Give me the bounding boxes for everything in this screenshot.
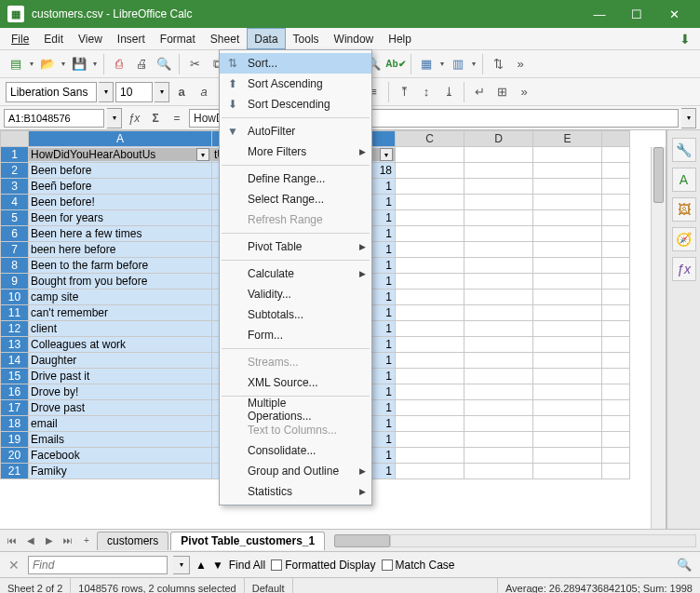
column-icon[interactable]: ▥	[448, 54, 468, 74]
filter-dropdown-icon[interactable]: ▾	[380, 148, 393, 161]
cell[interactable]	[396, 464, 464, 479]
col-header-F[interactable]	[602, 131, 630, 147]
menu-view[interactable]: View	[71, 28, 110, 49]
cell[interactable]	[464, 274, 533, 290]
cell[interactable]	[533, 179, 602, 195]
cell[interactable]	[396, 321, 464, 337]
row-icon[interactable]: ▦	[416, 54, 437, 74]
select-all-corner[interactable]	[1, 131, 29, 147]
cell[interactable]	[533, 147, 602, 163]
row-header[interactable]: 12	[1, 321, 29, 337]
cell[interactable]	[602, 416, 630, 432]
menu-group-outline[interactable]: Group and Outline▶	[220, 461, 371, 481]
menu-data[interactable]: Data	[247, 28, 285, 49]
cell[interactable]	[464, 242, 533, 258]
cell[interactable]	[464, 448, 533, 464]
row-dropdown[interactable]: ▾	[438, 54, 446, 74]
sidebar-gallery-icon[interactable]: 🖼	[672, 197, 696, 222]
menu-sheet[interactable]: Sheet	[203, 28, 247, 49]
cell[interactable]	[602, 305, 630, 321]
tab-nav-last[interactable]: ⏭	[60, 532, 76, 549]
cell[interactable]	[396, 179, 464, 195]
cell[interactable]	[396, 337, 464, 353]
equals-icon[interactable]: =	[168, 109, 186, 128]
cell[interactable]	[602, 337, 630, 353]
cut-icon[interactable]: ✂	[184, 54, 205, 74]
cell[interactable]	[602, 400, 630, 416]
cell[interactable]	[464, 432, 533, 448]
find-prev-icon[interactable]: ▲	[195, 559, 207, 572]
row-header[interactable]: 2	[1, 163, 29, 179]
formatted-display-checkbox[interactable]: Formatted Display	[271, 559, 375, 572]
row-header[interactable]: 6	[1, 226, 29, 242]
cell[interactable]	[533, 163, 602, 179]
open-dropdown[interactable]: ▾	[60, 54, 67, 74]
formula-expand[interactable]: ▾	[681, 108, 696, 128]
cell[interactable]	[533, 258, 602, 274]
cell[interactable]	[464, 337, 533, 353]
align-top-icon[interactable]: ⤒	[394, 82, 414, 102]
cell[interactable]: Drive past it	[29, 369, 212, 384]
cell[interactable]	[533, 400, 602, 416]
font-name-dropdown[interactable]: ▾	[99, 82, 114, 102]
print-icon[interactable]: 🖨	[131, 54, 152, 74]
cell[interactable]: email	[29, 416, 212, 432]
menu-sort-descending[interactable]: ⬇Sort Descending	[220, 94, 371, 115]
cell[interactable]	[396, 384, 464, 400]
cell[interactable]	[464, 416, 533, 432]
status-aggregate[interactable]: Average: 26.2894736842105; Sum: 1998	[497, 578, 700, 593]
minimize-button[interactable]: —	[581, 0, 618, 28]
row-header[interactable]: 18	[1, 416, 29, 432]
cell[interactable]	[396, 353, 464, 369]
cell[interactable]	[533, 274, 602, 290]
cell[interactable]	[602, 242, 630, 258]
sheet-tab-pivot[interactable]: Pivot Table_customers_1	[170, 532, 325, 550]
cell[interactable]	[464, 147, 533, 163]
cell[interactable]	[464, 258, 533, 274]
cell[interactable]: been here before	[29, 242, 212, 258]
sidebar-properties-icon[interactable]: 🔧	[672, 138, 696, 162]
cell[interactable]	[396, 400, 464, 416]
maximize-button[interactable]: ☐	[618, 0, 655, 28]
row-header[interactable]: 13	[1, 337, 29, 353]
more-formatting-icon[interactable]: »	[514, 82, 534, 102]
find-next-icon[interactable]: ▼	[212, 559, 223, 572]
cell[interactable]	[464, 321, 533, 337]
menu-multiple-operations[interactable]: Multiple Operations...	[220, 399, 371, 420]
cell[interactable]	[464, 210, 533, 226]
cell[interactable]	[396, 258, 464, 274]
wrap-text-icon[interactable]: ↵	[469, 82, 490, 102]
row-header[interactable]: 21	[1, 464, 29, 479]
vertical-scrollbar[interactable]	[651, 147, 666, 529]
row-header[interactable]: 4	[1, 195, 29, 210]
cell[interactable]: Drove by!	[29, 384, 212, 400]
cell[interactable]	[602, 432, 630, 448]
row-header[interactable]: 1	[1, 147, 29, 163]
menu-file[interactable]: File	[4, 28, 36, 49]
font-size-dropdown[interactable]: ▾	[155, 82, 169, 102]
menu-help[interactable]: Help	[381, 28, 419, 49]
cell[interactable]	[396, 226, 464, 242]
find-options-icon[interactable]: 🔍	[674, 555, 694, 575]
row-header[interactable]: 19	[1, 432, 29, 448]
menu-tools[interactable]: Tools	[286, 28, 327, 49]
row-header[interactable]: 3	[1, 179, 29, 195]
font-name-combo[interactable]: Liberation Sans	[6, 82, 97, 102]
cell[interactable]	[602, 163, 630, 179]
column-dropdown[interactable]: ▾	[470, 54, 478, 74]
sheet-tab-customers[interactable]: customers	[97, 532, 168, 550]
cell[interactable]: Famiky	[29, 464, 212, 479]
row-header[interactable]: 16	[1, 384, 29, 400]
menu-window[interactable]: Window	[327, 28, 382, 49]
menu-define-range[interactable]: Define Range...	[220, 168, 371, 189]
row-header[interactable]: 20	[1, 448, 29, 464]
save-icon[interactable]: 💾	[69, 54, 89, 74]
cell[interactable]	[396, 147, 464, 163]
find-input[interactable]	[28, 556, 168, 574]
status-style[interactable]: Default	[245, 578, 293, 593]
row-header[interactable]: 17	[1, 400, 29, 416]
cell[interactable]	[533, 448, 602, 464]
cell[interactable]: client	[29, 321, 212, 337]
col-header-E[interactable]: E	[533, 131, 602, 147]
menu-validity[interactable]: Validity...	[220, 284, 371, 304]
